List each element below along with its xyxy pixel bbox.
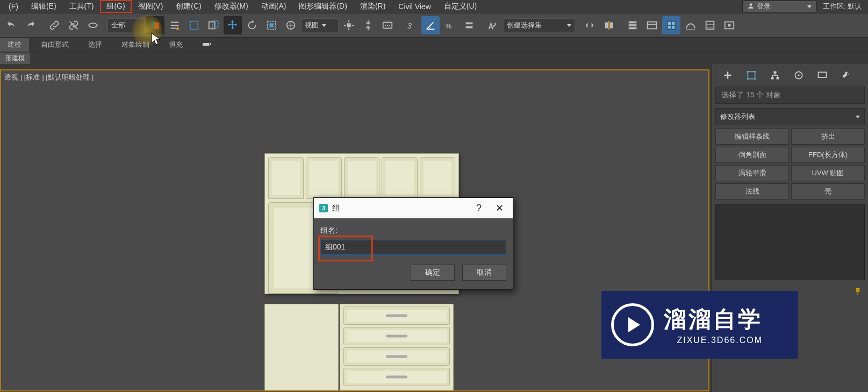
ribbon-tab-modeling[interactable]: 建模 xyxy=(0,38,29,52)
subribbon-polymodel[interactable]: 形建模 xyxy=(0,53,30,64)
menu-group[interactable]: 组(G) xyxy=(100,0,131,13)
svg-rect-23 xyxy=(672,22,675,25)
named-sel-dropdown[interactable]: 创建选择集 xyxy=(503,18,575,32)
mirror-button[interactable] xyxy=(580,16,599,34)
mod-btn-bevelprofile[interactable]: 倒角剖面 xyxy=(715,147,789,163)
mod-btn-editspline[interactable]: 编辑样条线 xyxy=(715,129,789,145)
menu-rendering[interactable]: 渲染(R) xyxy=(354,0,392,13)
menu-view[interactable]: 视图(V) xyxy=(132,0,170,13)
spinner-snap-button[interactable] xyxy=(460,16,478,34)
move-button[interactable] xyxy=(224,16,242,34)
rotate-button[interactable] xyxy=(243,16,261,34)
keyboard-shortcut-button[interactable] xyxy=(378,16,397,34)
ribbon-collapse[interactable] xyxy=(195,39,219,51)
layer-explorer-button[interactable] xyxy=(623,16,642,34)
undo-button[interactable] xyxy=(2,16,20,34)
chevron-down-icon xyxy=(322,24,326,27)
rect-select-button[interactable] xyxy=(185,16,203,34)
render-setup-button[interactable] xyxy=(720,16,738,34)
hierarchy-tab[interactable] xyxy=(765,68,785,82)
window-crossing-button[interactable] xyxy=(204,16,223,34)
svg-rect-37 xyxy=(777,77,779,79)
pin-stack-button[interactable] xyxy=(851,286,865,297)
menu-modifiers[interactable]: 修改器(M) xyxy=(208,0,255,13)
mod-btn-normal[interactable]: 法线 xyxy=(715,183,789,199)
svg-point-34 xyxy=(754,78,756,80)
use-pivot-center-button[interactable] xyxy=(340,16,358,34)
menu-edit[interactable]: 编辑(E) xyxy=(25,0,63,13)
workspace-label[interactable]: 工作区: 默认 xyxy=(819,2,866,11)
ribbon-tab-freeform[interactable]: 自由形式 xyxy=(33,38,76,52)
snap-toggle-button[interactable]: 3 xyxy=(402,16,420,34)
selection-filter-dropdown[interactable]: 全部 xyxy=(107,18,145,32)
redo-button[interactable] xyxy=(21,16,40,34)
viewport-label[interactable]: 透视 ] [标准 ] [默认明暗处理 ] xyxy=(4,73,94,82)
watermark-title: 溜溜自学 xyxy=(664,304,763,334)
svg-rect-15 xyxy=(605,23,608,28)
mod-btn-ffdbox[interactable]: FFD(长方体) xyxy=(791,147,865,163)
cursor-icon xyxy=(150,32,161,46)
bind-space-warp-button[interactable] xyxy=(84,16,102,34)
sub-ribbon: 形建模 xyxy=(0,52,868,64)
svg-rect-9 xyxy=(347,23,350,27)
menu-grapheditors[interactable]: 图形编辑器(D) xyxy=(292,0,353,13)
svg-rect-7 xyxy=(269,23,273,27)
close-button[interactable]: ✕ xyxy=(491,202,507,214)
svg-rect-24 xyxy=(668,26,671,28)
app-icon: 3 xyxy=(319,204,328,212)
mod-btn-uvwmap[interactable]: UVW 贴图 xyxy=(791,165,865,181)
help-button[interactable]: ? xyxy=(471,203,487,214)
filter-label: 全部 xyxy=(111,20,125,30)
link-button[interactable] xyxy=(45,16,63,34)
ok-button[interactable]: 确定 xyxy=(411,265,455,281)
modifier-list-dropdown[interactable]: 修改器列表 xyxy=(715,108,865,125)
menu-tools[interactable]: 工具(T) xyxy=(63,0,101,13)
select-by-name-button[interactable] xyxy=(166,16,184,34)
edit-named-sel-button[interactable] xyxy=(484,16,502,34)
svg-rect-4 xyxy=(209,22,215,29)
scale-button[interactable] xyxy=(262,16,281,34)
chevron-down-icon xyxy=(856,116,860,118)
dialog-titlebar[interactable]: 3 组 ? ✕ xyxy=(314,198,513,218)
modifier-stack[interactable] xyxy=(715,204,865,280)
ref-coord-dropdown[interactable]: 视图 xyxy=(301,18,339,32)
angle-snap-button[interactable] xyxy=(421,16,440,34)
select-object-button[interactable] xyxy=(146,16,164,34)
mod-btn-shell[interactable]: 壳 xyxy=(791,183,865,199)
align-button[interactable] xyxy=(600,16,618,34)
svg-point-33 xyxy=(747,78,749,80)
svg-rect-29 xyxy=(203,43,209,46)
ribbon-tab-selection[interactable]: 选择 xyxy=(81,38,110,52)
select-manipulate-button[interactable] xyxy=(359,16,377,34)
group-name-input[interactable] xyxy=(320,240,506,255)
login-dropdown[interactable]: 登录 xyxy=(742,1,816,12)
svg-rect-18 xyxy=(629,24,637,26)
menu-file[interactable]: (F) xyxy=(2,1,25,12)
utilities-tab[interactable] xyxy=(836,68,856,82)
toggle-ribbon-button[interactable] xyxy=(643,16,661,34)
svg-rect-25 xyxy=(672,26,675,28)
menu-customize[interactable]: 自定义(U) xyxy=(437,0,483,13)
svg-point-31 xyxy=(747,71,749,73)
percent-snap-button[interactable]: % xyxy=(441,16,459,34)
menu-civilview[interactable]: Civil View xyxy=(392,1,437,12)
modify-tab[interactable] xyxy=(741,68,762,82)
mod-btn-extrude[interactable]: 挤出 xyxy=(791,129,865,145)
chevron-down-icon xyxy=(807,5,812,8)
material-editor-button[interactable] xyxy=(701,16,719,34)
mod-btn-turbosmooth[interactable]: 涡轮平滑 xyxy=(715,165,789,181)
display-tab[interactable] xyxy=(812,68,833,82)
menu-animation[interactable]: 动画(A) xyxy=(255,0,293,13)
menu-create[interactable]: 创建(C) xyxy=(169,0,207,13)
create-tab[interactable] xyxy=(718,68,738,82)
cancel-button[interactable]: 取消 xyxy=(462,265,506,281)
motion-tab[interactable] xyxy=(788,68,809,82)
curve-editor-button[interactable] xyxy=(662,16,680,34)
placement-button[interactable] xyxy=(282,16,300,34)
schematic-view-button[interactable] xyxy=(682,16,700,34)
login-label: 登录 xyxy=(757,2,771,11)
unlink-button[interactable] xyxy=(64,16,83,34)
ribbon-tab-populate[interactable]: 填充 xyxy=(161,38,190,52)
svg-rect-3 xyxy=(190,22,198,30)
user-icon xyxy=(747,2,755,11)
